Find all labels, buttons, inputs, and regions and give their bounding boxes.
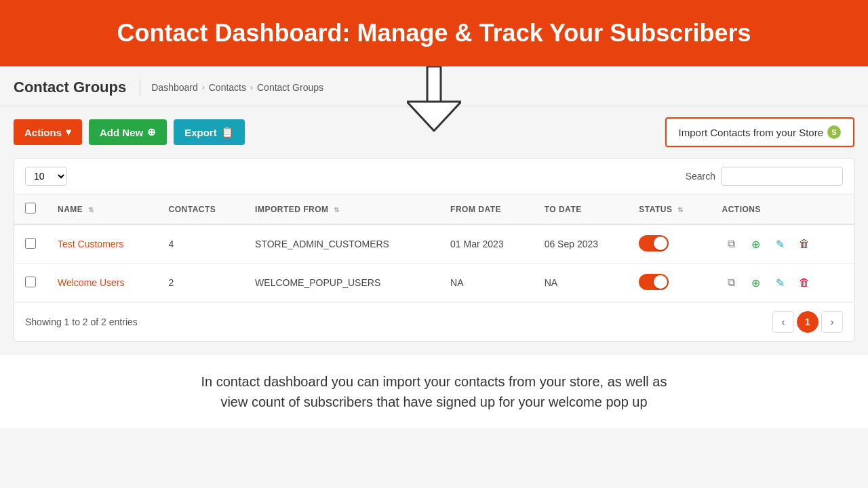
row1-name-link[interactable]: Test Customers: [58, 239, 123, 249]
data-table: NAME ⇅ CONTACTS IMPORTED FROM ⇅ FROM DAT…: [14, 195, 854, 302]
row1-contacts: 4: [158, 224, 245, 264]
breadcrumb-dashboard[interactable]: Dashboard: [151, 82, 198, 93]
add-new-button[interactable]: Add New ⊕: [89, 119, 167, 145]
export-icon: 📋: [221, 126, 234, 138]
page-title: Contact Groups: [14, 79, 126, 96]
search-label: Search: [686, 171, 715, 182]
import-label: Import Contacts from your Store: [679, 127, 823, 138]
table-row: Welcome Users 2 WELCOME_POPUP_USERS NA N…: [14, 264, 854, 302]
col-imported-from[interactable]: IMPORTED FROM ⇅: [244, 195, 439, 224]
col-name-label: NAME: [58, 205, 83, 214]
sort-imported-icon: ⇅: [334, 206, 340, 214]
plus-circle-icon: ⊕: [147, 126, 156, 138]
row2-add-icon[interactable]: ⊕: [746, 273, 765, 292]
col-contacts-label: CONTACTS: [169, 205, 216, 214]
pagination: ‹ 1 ›: [772, 311, 843, 333]
row1-from-date: 01 Mar 2023: [439, 224, 534, 264]
breadcrumb: Dashboard › Contacts › Contact Groups: [151, 82, 323, 93]
row1-delete-icon[interactable]: 🗑: [795, 235, 814, 253]
sort-name-icon: ⇅: [88, 206, 94, 214]
select-all-checkbox[interactable]: [25, 203, 36, 214]
header-banner: Contact Dashboard: Manage & Track Your S…: [0, 0, 868, 66]
col-from-date: FROM DATE: [439, 195, 534, 224]
next-page-button[interactable]: ›: [821, 311, 843, 333]
row2-checkbox[interactable]: [25, 277, 36, 287]
col-contacts: CONTACTS: [158, 195, 245, 224]
row2-delete-icon[interactable]: 🗑: [795, 273, 814, 292]
row1-name: Test Customers: [47, 224, 158, 264]
bottom-line1: In contact dashboard you can import your…: [27, 371, 841, 392]
col-from-date-label: FROM DATE: [450, 205, 501, 214]
select-all-header: [14, 195, 47, 224]
table-body: Test Customers 4 STORE_ADMIN_CUSTOMERS 0…: [14, 224, 854, 302]
svg-marker-1: [407, 102, 461, 131]
row2-to-date: NA: [534, 264, 629, 302]
row2-status: [628, 264, 711, 302]
svg-rect-0: [427, 66, 441, 104]
arrow-annotation: [407, 66, 461, 134]
table-footer: Showing 1 to 2 of 2 entries ‹ 1 ›: [14, 302, 854, 341]
col-status-label: STATUS: [639, 205, 672, 214]
breadcrumb-arrow-2: ›: [250, 83, 253, 92]
table-row: Test Customers 4 STORE_ADMIN_CUSTOMERS 0…: [14, 224, 854, 264]
col-name[interactable]: NAME ⇅: [47, 195, 158, 224]
row2-edit-icon[interactable]: ✎: [770, 273, 789, 292]
row2-toggle[interactable]: [639, 274, 669, 290]
row1-action-icons: ⧉ ⊕ ✎ 🗑: [722, 235, 843, 253]
prev-page-button[interactable]: ‹: [772, 311, 794, 333]
table-header: NAME ⇅ CONTACTS IMPORTED FROM ⇅ FROM DAT…: [14, 195, 854, 224]
shopify-icon: S: [827, 125, 841, 139]
breadcrumb-separator: [140, 79, 140, 96]
search-input[interactable]: [721, 167, 843, 186]
row2-action-icons: ⧉ ⊕ ✎ 🗑: [722, 273, 843, 292]
row1-checkbox-cell: [14, 224, 47, 264]
row2-from-date: NA: [439, 264, 534, 302]
bottom-description: In contact dashboard you can import your…: [0, 355, 868, 428]
search-box: Search: [686, 167, 843, 186]
per-page-selector: 10 25 50 100: [25, 167, 67, 186]
col-actions: ACTIONS: [711, 195, 854, 224]
row2-name: Welcome Users: [47, 264, 158, 302]
col-actions-label: ACTIONS: [722, 205, 761, 214]
showing-text: Showing 1 to 2 of 2 entries: [25, 317, 138, 327]
breadcrumb-arrow-1: ›: [202, 83, 205, 92]
row2-actions-cell: ⧉ ⊕ ✎ 🗑: [711, 264, 854, 302]
row1-imported-from: STORE_ADMIN_CUSTOMERS: [244, 224, 439, 264]
row1-actions-cell: ⧉ ⊕ ✎ 🗑: [711, 224, 854, 264]
page-1-button[interactable]: 1: [797, 311, 818, 333]
col-to-date: TO DATE: [534, 195, 629, 224]
row1-edit-icon[interactable]: ✎: [770, 235, 789, 253]
row2-contacts: 2: [158, 264, 245, 302]
breadcrumb-current: Contact Groups: [257, 82, 323, 93]
row2-imported-from: WELCOME_POPUP_USERS: [244, 264, 439, 302]
actions-button[interactable]: Actions ▾: [14, 119, 82, 145]
col-imported-label: IMPORTED FROM: [255, 205, 329, 214]
export-label: Export: [184, 127, 217, 138]
chevron-down-icon: ▾: [66, 126, 71, 138]
row1-toggle[interactable]: [639, 235, 669, 251]
add-new-label: Add New: [100, 127, 143, 138]
col-status[interactable]: STATUS ⇅: [628, 195, 711, 224]
row2-copy-icon[interactable]: ⧉: [722, 273, 741, 292]
row2-checkbox-cell: [14, 264, 47, 302]
row1-to-date: 06 Sep 2023: [534, 224, 629, 264]
col-to-date-label: TO DATE: [545, 205, 582, 214]
import-button[interactable]: Import Contacts from your Store S: [665, 117, 854, 147]
breadcrumb-contacts[interactable]: Contacts: [209, 82, 246, 93]
sort-status-icon: ⇅: [677, 206, 684, 214]
actions-label: Actions: [24, 127, 62, 138]
row2-name-link[interactable]: Welcome Users: [58, 277, 125, 288]
row1-checkbox[interactable]: [25, 238, 36, 249]
table-controls: 10 25 50 100 Search: [14, 159, 854, 195]
export-button[interactable]: Export 📋: [174, 119, 245, 145]
table-container: 10 25 50 100 Search NAME: [14, 158, 854, 342]
row1-copy-icon[interactable]: ⧉: [722, 235, 741, 253]
bottom-line2: view count of subscribers that have sign…: [27, 392, 841, 412]
header-title: Contact Dashboard: Manage & Track Your S…: [117, 19, 751, 47]
per-page-select[interactable]: 10 25 50 100: [25, 167, 67, 186]
row1-add-icon[interactable]: ⊕: [746, 235, 765, 253]
row1-status: [628, 224, 711, 264]
